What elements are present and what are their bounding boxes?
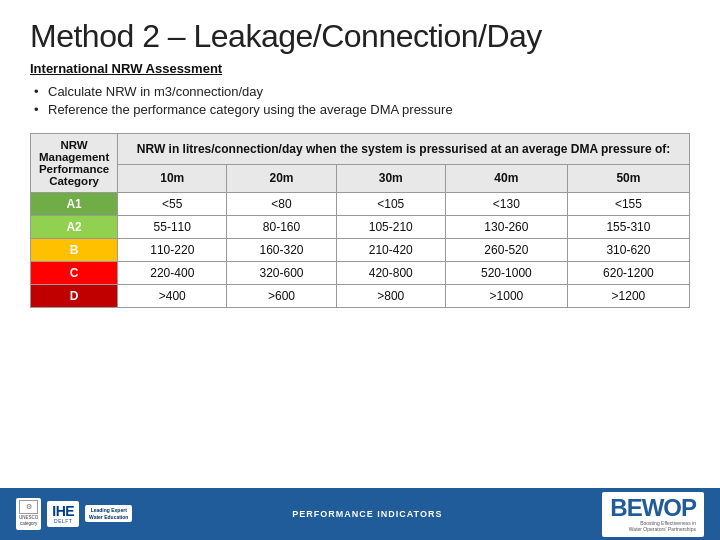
page-content: Method 2 – Leakage/Connection/Day Intern… <box>0 0 720 318</box>
bullet-item-2: Reference the performance category using… <box>34 102 690 117</box>
partner-logo-2: Leading ExpertWater Education <box>85 505 132 522</box>
table-row: A1<55<80<105<130<155 <box>31 193 690 216</box>
bullet-list: Calculate NRW in m3/connection/day Refer… <box>30 84 690 117</box>
data-cell: <155 <box>567 193 689 216</box>
col-50m: 50m <box>567 164 689 192</box>
pressure-header: NRW in litres/connection/day when the sy… <box>118 134 690 165</box>
data-cell: >800 <box>336 285 445 308</box>
col-10m: 10m <box>118 164 227 192</box>
nrw-category-header: NRW Management Performance Category <box>31 134 118 193</box>
footer: ⚙ UNESCOcategory IHE DELFT Leading Exper… <box>0 488 720 540</box>
section-subtitle: International NRW Assessment <box>30 61 690 76</box>
data-cell: >400 <box>118 285 227 308</box>
table-header-sub: 10m 20m 30m 40m 50m <box>31 164 690 192</box>
data-cell: 110-220 <box>118 239 227 262</box>
data-cell: <55 <box>118 193 227 216</box>
footer-right: BEWOP Boosting Effectiveness inWater Ope… <box>602 492 704 537</box>
table-row: B110-220160-320210-420260-520310-620 <box>31 239 690 262</box>
category-cell: C <box>31 262 118 285</box>
data-cell: 55-110 <box>118 216 227 239</box>
footer-logos: ⚙ UNESCOcategory IHE DELFT Leading Exper… <box>16 498 132 529</box>
data-cell: 105-210 <box>336 216 445 239</box>
category-cell: A2 <box>31 216 118 239</box>
data-cell: 260-520 <box>445 239 567 262</box>
data-cell: <130 <box>445 193 567 216</box>
table-row: A255-11080-160105-210130-260155-310 <box>31 216 690 239</box>
col-20m: 20m <box>227 164 336 192</box>
table-wrapper: NRW Management Performance Category NRW … <box>30 133 690 308</box>
ihe-logo-sub: DELFT <box>54 518 72 524</box>
category-cell: D <box>31 285 118 308</box>
table-body: A1<55<80<105<130<155A255-11080-160105-21… <box>31 193 690 308</box>
data-cell: 520-1000 <box>445 262 567 285</box>
category-cell: A1 <box>31 193 118 216</box>
data-cell: >1200 <box>567 285 689 308</box>
data-cell: 80-160 <box>227 216 336 239</box>
data-cell: 155-310 <box>567 216 689 239</box>
ihe-logo-text: IHE <box>52 504 74 518</box>
data-cell: <80 <box>227 193 336 216</box>
bewop-logo: BEWOP Boosting Effectiveness inWater Ope… <box>602 492 704 537</box>
col-30m: 30m <box>336 164 445 192</box>
data-cell: 130-260 <box>445 216 567 239</box>
data-cell: >600 <box>227 285 336 308</box>
page-title: Method 2 – Leakage/Connection/Day <box>30 18 690 55</box>
performance-table: NRW Management Performance Category NRW … <box>30 133 690 308</box>
footer-center-text: PERFORMANCE INDICATORS <box>132 509 602 519</box>
bewop-text: BEWOP <box>610 496 696 520</box>
col-40m: 40m <box>445 164 567 192</box>
data-cell: 220-400 <box>118 262 227 285</box>
data-cell: <105 <box>336 193 445 216</box>
ihe-delft-logo: IHE DELFT <box>47 501 79 527</box>
data-cell: 210-420 <box>336 239 445 262</box>
data-cell: >1000 <box>445 285 567 308</box>
category-cell: B <box>31 239 118 262</box>
data-cell: 320-600 <box>227 262 336 285</box>
data-cell: 310-620 <box>567 239 689 262</box>
partner-logo-1: ⚙ UNESCOcategory <box>16 498 41 529</box>
table-header-top: NRW Management Performance Category NRW … <box>31 134 690 165</box>
table-row: D>400>600>800>1000>1200 <box>31 285 690 308</box>
bewop-tagline: Boosting Effectiveness inWater Operators… <box>629 520 696 533</box>
data-cell: 620-1200 <box>567 262 689 285</box>
bullet-item-1: Calculate NRW in m3/connection/day <box>34 84 690 99</box>
data-cell: 420-800 <box>336 262 445 285</box>
table-row: C220-400320-600420-800520-1000620-1200 <box>31 262 690 285</box>
data-cell: 160-320 <box>227 239 336 262</box>
